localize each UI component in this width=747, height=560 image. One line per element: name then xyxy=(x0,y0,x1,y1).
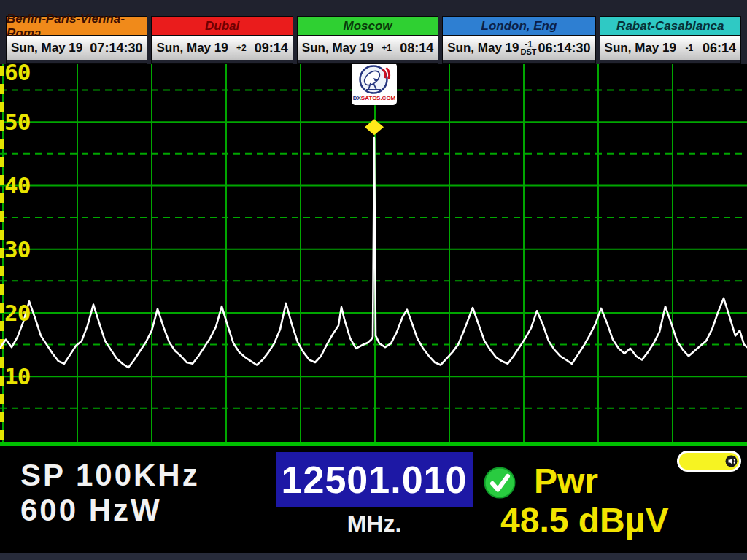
city-time-row: Sun, May 19 07:14:30 xyxy=(7,36,147,60)
city-time-row: Sun, May 19 -1DST 06:14:30 xyxy=(443,36,595,60)
ytick-20: 20 xyxy=(4,302,48,324)
bandwidth-label: 600 HzW xyxy=(20,493,162,528)
svg-text:DXSATCS.COM: DXSATCS.COM xyxy=(353,95,396,101)
clock-london: London, Eng Sun, May 19 -1DST 06:14:30 xyxy=(442,16,595,64)
utc-offset-dst: -1DST xyxy=(521,41,537,55)
frequency-unit: MHz. xyxy=(276,510,473,537)
satellite-dish-icon: DXSATCS.COM xyxy=(352,64,397,105)
city-date: Sun, May 19 xyxy=(605,41,676,55)
power-value: 48.5 dBµV xyxy=(500,500,668,540)
power-label: Pwr xyxy=(534,461,598,501)
clock-moscow: Moscow Sun, May 19 +1 08:14 xyxy=(297,16,438,64)
city-time: 08:14 xyxy=(400,41,433,56)
city-name: Berlin-Paris-Vienna-Roma xyxy=(7,17,147,36)
clock-rabat: Rabat-Casablanca Sun, May 19 -1 06:14 xyxy=(600,16,741,64)
ytick-40: 40 xyxy=(4,174,48,196)
world-clock-bar: Berlin-Paris-Vienna-Roma Sun, May 19 07:… xyxy=(0,0,747,64)
city-name: Dubai xyxy=(152,17,292,36)
clock-berlin: Berlin-Paris-Vienna-Roma Sun, May 19 07:… xyxy=(6,16,147,64)
ytick-10: 10 xyxy=(4,365,48,387)
battery-terminal-icon xyxy=(725,455,738,467)
city-date: Sun, May 19 xyxy=(302,41,374,55)
city-time: 06:14:30 xyxy=(538,41,591,56)
ytick-60: 60 xyxy=(4,64,48,83)
footer-strip xyxy=(0,553,747,560)
city-name: Rabat-Casablanca xyxy=(600,17,740,36)
city-date: Sun, May 19 xyxy=(11,41,82,55)
city-name: London, Eng xyxy=(443,17,595,36)
city-time: 09:14 xyxy=(255,41,288,56)
utc-offset: +2 xyxy=(236,44,247,52)
spectrum-chart xyxy=(0,64,747,446)
city-date: Sun, May 19 xyxy=(447,41,519,55)
spectrum-plot: 60 50 40 30 20 10 DXSATCS.COM xyxy=(0,64,747,446)
utc-offset: +1 xyxy=(382,44,392,52)
city-time-row: Sun, May 19 -1 06:14 xyxy=(600,36,740,60)
city-time: 07:14:30 xyxy=(90,41,142,56)
clock-dubai: Dubai Sun, May 19 +2 09:14 xyxy=(151,16,293,64)
ytick-30: 30 xyxy=(4,238,48,260)
utc-offset: -1 xyxy=(686,44,694,52)
dxsatcs-logo: DXSATCS.COM xyxy=(352,64,397,105)
satmeter-screen: Berlin-Paris-Vienna-Roma Sun, May 19 07:… xyxy=(0,0,747,560)
city-date: Sun, May 19 xyxy=(156,41,228,55)
span-label: SP 100KHz xyxy=(20,458,200,493)
frequency-value: 12501.010 xyxy=(282,458,468,502)
city-name: Moscow xyxy=(298,17,438,36)
lock-ok-check-icon xyxy=(483,466,516,502)
city-time: 06:14 xyxy=(703,41,736,56)
city-time-row: Sun, May 19 +2 09:14 xyxy=(152,36,292,60)
status-bar: SP 100KHz 600 HzW 12501.010 MHz. Pwr 48.… xyxy=(0,446,747,553)
frequency-display: 12501.010 xyxy=(276,452,473,508)
city-time-row: Sun, May 19 +1 08:14 xyxy=(298,36,438,60)
ytick-50: 50 xyxy=(4,111,48,133)
battery-indicator xyxy=(677,451,741,472)
